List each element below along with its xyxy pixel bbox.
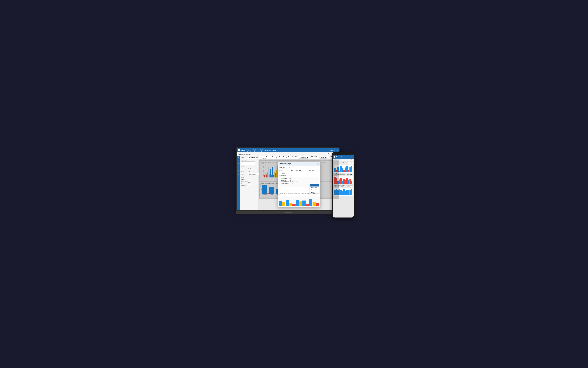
name-row: Name 7 bbox=[240, 157, 257, 159]
phone-select-1[interactable]: OEE bbox=[348, 162, 353, 164]
ph-bar bbox=[342, 168, 343, 172]
left-nav: ⊕ + 💾 ↩ 📁 ⊞ bbox=[237, 156, 239, 210]
description-textarea[interactable] bbox=[240, 161, 255, 165]
enabled-label: Enabled bbox=[240, 179, 248, 180]
properties-panel: Name 7 Description Folder 🗂 bbox=[239, 156, 259, 210]
phone-refresh-icon[interactable]: ↺ bbox=[340, 156, 341, 157]
nav-icon-save[interactable]: 💾 bbox=[237, 163, 239, 165]
mini-bar bbox=[309, 199, 312, 206]
home-button[interactable]: ⌂ bbox=[249, 149, 252, 152]
phone-fwd-icon[interactable]: › bbox=[339, 156, 340, 157]
folder-label: Folder bbox=[240, 166, 248, 167]
access-icon[interactable]: 🔒 bbox=[248, 170, 250, 172]
enabled-checkbox[interactable] bbox=[248, 179, 250, 180]
dropdown-item-quality[interactable]: Quality bbox=[310, 191, 319, 193]
modal-section-title: Widget Information bbox=[279, 167, 319, 169]
ph-bar bbox=[351, 189, 352, 195]
icon-edit-icon[interactable]: ✏ bbox=[250, 168, 251, 170]
mini-bar bbox=[299, 202, 302, 206]
mini-bar bbox=[312, 202, 316, 206]
description-label: Description bbox=[240, 159, 248, 161]
kanoa-logo: ✦ kanoa bbox=[238, 149, 245, 151]
content-breadcrumb: 📊 Kanoa Foods and Beverages > Buffalo Ba… bbox=[259, 156, 339, 159]
phone-app-header: ✦ ☰ ⌂ ‹ › ↺ Home bbox=[333, 155, 354, 159]
phone-list-icon[interactable]: ≡ bbox=[352, 159, 353, 160]
modal-title: Configure Widget bbox=[279, 163, 291, 165]
enabled-row: Enabled bbox=[240, 179, 257, 180]
debug-label: Debug bbox=[240, 177, 257, 178]
ph-bar bbox=[349, 190, 351, 195]
folder-row: Folder 🗂 bbox=[240, 166, 257, 167]
modal-oee-selector-row: Kanoa Foods and Beverages > Buffalo Bake… bbox=[278, 192, 320, 196]
nav-icon-add[interactable]: + bbox=[237, 159, 239, 162]
modal-close-button[interactable]: × bbox=[317, 163, 319, 165]
phone-select-2[interactable]: Availability bbox=[346, 174, 353, 175]
dropdown-item-oee[interactable]: OEE bbox=[310, 184, 319, 186]
grid-icon: ⊞ bbox=[238, 153, 239, 155]
nav-icon-undo[interactable]: ↩ bbox=[237, 166, 239, 168]
roles-select[interactable]: Select roles... bbox=[248, 173, 259, 175]
phone-select-3[interactable]: Perform... bbox=[346, 185, 353, 187]
ph-bar bbox=[342, 181, 343, 184]
modal-header: Configure Widget × bbox=[278, 162, 320, 166]
phone-home-icon[interactable]: ⌂ bbox=[337, 156, 338, 157]
ph-bar bbox=[340, 166, 342, 172]
nav-icon-folder[interactable]: 📁 bbox=[237, 170, 239, 172]
phone-desktop-icon[interactable]: 🖥 bbox=[351, 159, 352, 160]
date-range-select[interactable]: Yesterday bbox=[299, 156, 308, 159]
dropdown-item-performance[interactable]: Performance bbox=[310, 189, 319, 191]
mini-bar bbox=[285, 200, 289, 206]
date-next-button[interactable]: ›| bbox=[327, 157, 328, 158]
back-button[interactable]: ‹ bbox=[253, 149, 256, 152]
phone-back-icon[interactable]: ‹ bbox=[338, 156, 339, 157]
ph-bar bbox=[345, 191, 346, 195]
phone-time: 9:41 bbox=[334, 154, 336, 155]
oee-selector-arrow: ▲ bbox=[313, 194, 314, 196]
icon-grid-icon[interactable]: ⊞ bbox=[248, 168, 249, 170]
mini-bar bbox=[306, 204, 309, 206]
hamburger-button[interactable]: ☰ bbox=[246, 149, 249, 152]
icon-row: Icon ⊞ ✏ bbox=[240, 168, 257, 170]
name-input[interactable] bbox=[248, 157, 259, 159]
show-dimensions-checkbox[interactable] bbox=[248, 184, 250, 185]
settings-icon[interactable]: ⚙ bbox=[337, 150, 339, 151]
header-right: arusson 👤 ⚙ bbox=[330, 150, 339, 151]
ph-bar bbox=[342, 191, 343, 195]
mini-bar bbox=[303, 201, 306, 206]
folder-icon[interactable]: 🗂 bbox=[248, 166, 249, 167]
mini-bar bbox=[296, 200, 299, 206]
phone-hamburger[interactable]: ☰ bbox=[336, 156, 337, 157]
period-select[interactable]: Month bbox=[320, 156, 327, 159]
breadcrumb-icon: 📊 bbox=[260, 157, 262, 158]
mini-bar bbox=[292, 204, 295, 206]
description-row: Description bbox=[240, 159, 257, 161]
sub-header-title: Downtime Summary bbox=[239, 153, 251, 155]
modal-name-row: Name 26 50 bbox=[279, 170, 319, 172]
modal-view-params-label: View Params: bbox=[279, 175, 289, 176]
username: arusson bbox=[330, 150, 334, 151]
ph-bar bbox=[343, 170, 345, 172]
show-header-label: Show header bbox=[240, 181, 248, 183]
date-prev-button[interactable]: |‹ bbox=[319, 157, 320, 158]
modal-name-label: Name bbox=[279, 170, 289, 171]
modal-view-params-row: View Params: bbox=[279, 175, 319, 176]
ph-bar bbox=[343, 189, 345, 195]
show-dimensions-row: Show Dimensions bbox=[240, 183, 257, 186]
dropdown-item-availability[interactable]: Availability bbox=[310, 186, 319, 189]
forward-button[interactable]: › bbox=[257, 149, 259, 152]
nav-icon-crosshair[interactable]: ⊕ bbox=[237, 156, 239, 159]
modal-name-input[interactable] bbox=[289, 170, 308, 172]
ph-bar bbox=[345, 180, 346, 184]
ph-bar bbox=[343, 179, 345, 184]
roles-row: Roles Select roles... bbox=[240, 173, 257, 175]
laptop: ✦ kanoa ☰ ⌂ ‹ › ↺ Dashboard Editor aruss… bbox=[236, 147, 340, 216]
nav-icon-grid[interactable]: ⊞ bbox=[237, 173, 239, 175]
show-header-row: Show header bbox=[240, 181, 257, 183]
configure-widget-modal: Configure Widget × Widget Information Na… bbox=[278, 162, 320, 207]
app-title: Dashboard Editor bbox=[264, 149, 329, 151]
modal-overlay: Configure Widget × Widget Information Na… bbox=[259, 159, 339, 199]
dashboard-panel: 📊 Kanoa Foods and Beverages > Buffalo Ba… bbox=[259, 156, 339, 210]
refresh-button[interactable]: ↺ bbox=[260, 149, 263, 152]
show-header-checkbox[interactable] bbox=[248, 181, 250, 183]
access-label: Access bbox=[240, 171, 248, 172]
